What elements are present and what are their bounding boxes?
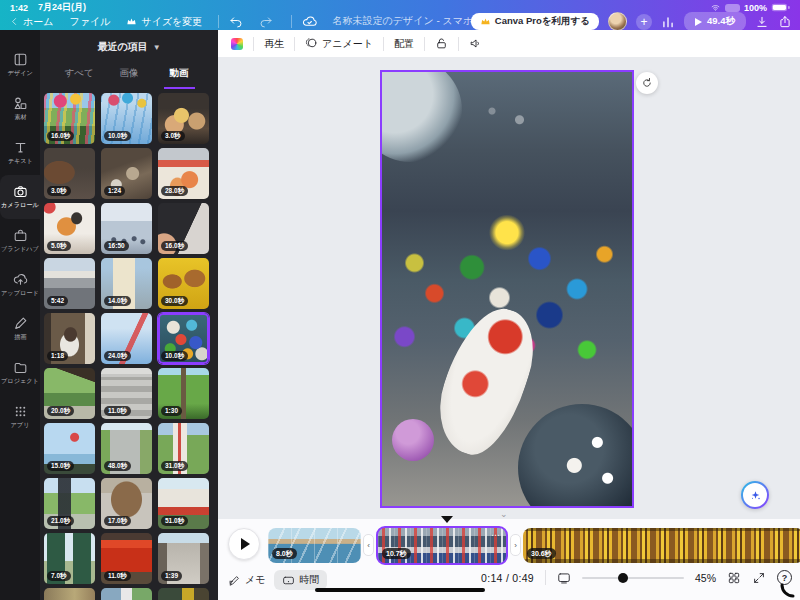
play-clip-button[interactable]: 再生 bbox=[264, 37, 284, 51]
add-member-button[interactable]: + bbox=[636, 14, 652, 30]
playback-position: 0:14 / 0:49 bbox=[481, 572, 534, 584]
clip-trim-chevron-right[interactable]: › bbox=[510, 534, 521, 556]
duration-badge: 24.0秒 bbox=[104, 351, 131, 362]
duration-tab[interactable]: 時間 bbox=[274, 570, 327, 590]
rotate-button[interactable] bbox=[636, 72, 658, 94]
magic-assistant-button[interactable] bbox=[741, 481, 769, 509]
canvas-video[interactable] bbox=[380, 70, 634, 508]
status-time: 1:42 bbox=[10, 3, 28, 13]
animate-button[interactable]: アニメート bbox=[305, 37, 373, 51]
media-thumb-partial-2[interactable] bbox=[101, 588, 152, 600]
media-thumb-izakaya-hands[interactable]: 3.0秒 bbox=[158, 93, 209, 144]
media-tabs: すべて画像動画 bbox=[40, 64, 218, 90]
tab-画像[interactable]: 画像 bbox=[104, 64, 154, 90]
download-button[interactable] bbox=[755, 15, 769, 29]
media-thumb-airport[interactable]: 16:50 bbox=[101, 203, 152, 254]
media-thumb-street[interactable]: 5:42 bbox=[44, 258, 95, 309]
media-thumb-signpost[interactable]: 1:30 bbox=[158, 368, 209, 419]
canva-pro-button[interactable]: Canva Proを利用する bbox=[471, 13, 599, 30]
media-thumb-sky-flag[interactable]: 15.0秒 bbox=[44, 423, 95, 474]
duration-badge: 3.0秒 bbox=[161, 131, 185, 142]
media-thumb-shrine-window[interactable]: 1:18 bbox=[44, 313, 95, 364]
media-thumb-tanabata-sky[interactable]: 10.0秒 bbox=[101, 93, 152, 144]
timeline-play-button[interactable] bbox=[228, 528, 260, 560]
pages-grid-button[interactable] bbox=[727, 571, 741, 585]
media-thumb-slope-path[interactable]: 48.0秒 bbox=[101, 423, 152, 474]
tab-すべて[interactable]: すべて bbox=[54, 64, 104, 90]
redo-button[interactable] bbox=[259, 15, 273, 29]
position-button[interactable]: 配置 bbox=[394, 37, 414, 51]
sidebar-item-brand-hub[interactable]: ブランドハブ bbox=[0, 219, 40, 263]
media-thumb-red-bridge[interactable]: 51.0秒 bbox=[158, 478, 209, 529]
speaker-icon bbox=[469, 37, 482, 50]
timeline-clip-koi[interactable]: 10.7秒⋯ bbox=[376, 526, 508, 565]
timeline-collapse-chevron-icon[interactable]: ⌄ bbox=[500, 509, 508, 519]
insights-button[interactable] bbox=[661, 15, 675, 29]
media-thumb-gold-buddhas[interactable]: 30.0秒 bbox=[158, 258, 209, 309]
media-thumb-black-device[interactable]: 16.0秒 bbox=[158, 203, 209, 254]
media-thumb-stone-monument[interactable]: 17.0秒 bbox=[101, 478, 152, 529]
rotate-icon bbox=[641, 77, 653, 89]
media-thumb-sushi[interactable]: 28.0秒 bbox=[158, 148, 209, 199]
color-swatch-icon[interactable] bbox=[231, 38, 243, 50]
avatar[interactable] bbox=[608, 12, 627, 31]
timeline-clip-ocean[interactable]: 8.0秒 bbox=[268, 528, 361, 563]
duration-badge: 3.0秒 bbox=[47, 186, 71, 197]
text-icon bbox=[13, 140, 28, 155]
media-thumb-marbles[interactable]: 10.0秒 bbox=[158, 313, 209, 364]
playhead-marker-icon[interactable] bbox=[441, 516, 453, 523]
media-thumb-koinobori-sky[interactable]: 24.0秒 bbox=[101, 313, 152, 364]
share-button[interactable] bbox=[778, 15, 792, 29]
media-thumb-cat-figure[interactable]: 5.0秒 bbox=[44, 203, 95, 254]
media-thumb-forest-path[interactable]: 20.0秒 bbox=[44, 368, 95, 419]
duration-badge: 11.0秒 bbox=[104, 406, 131, 417]
duration-badge: 16.0秒 bbox=[161, 241, 188, 252]
resize-button[interactable]: サイズを変更 bbox=[126, 15, 202, 29]
sidebar-item-upload[interactable]: アップロード bbox=[0, 263, 40, 307]
media-thumb-izakaya-person[interactable]: 3.0秒 bbox=[44, 148, 95, 199]
media-thumb-temple-pillar[interactable]: 31.0秒 bbox=[158, 423, 209, 474]
sidebar-item-design[interactable]: デザイン bbox=[0, 43, 40, 87]
media-thumb-park-sign[interactable]: 21.0秒 bbox=[44, 478, 95, 529]
duration-badge: 20.0秒 bbox=[47, 406, 74, 417]
sidebar-item-text[interactable]: テキスト bbox=[0, 131, 40, 175]
media-thumb-stone-street[interactable]: 1:39 bbox=[158, 533, 209, 584]
home-indicator[interactable] bbox=[315, 588, 485, 592]
memo-button[interactable]: メモ bbox=[228, 573, 265, 587]
media-thumb-stone-steps[interactable]: 11.0秒 bbox=[101, 368, 152, 419]
zoom-slider[interactable] bbox=[582, 571, 684, 585]
sidebar-item-draw[interactable]: 描画 bbox=[0, 307, 40, 351]
fullscreen-button[interactable] bbox=[752, 571, 766, 585]
clip-trim-chevron-left[interactable]: ‹ bbox=[363, 534, 374, 556]
file-button[interactable]: ファイル bbox=[69, 15, 110, 29]
video-purple-marble bbox=[392, 419, 434, 461]
sidebar-item-projects[interactable]: プロジェクト bbox=[0, 351, 40, 395]
media-thumb-partial-1[interactable] bbox=[44, 588, 95, 600]
audio-button[interactable] bbox=[469, 37, 482, 50]
media-thumb-tanabata-streamers[interactable]: 16.0秒 bbox=[44, 93, 95, 144]
media-grid: 16.0秒10.0秒3.0秒3.0秒1:2428.0秒5.0秒16:5016.0… bbox=[44, 93, 209, 600]
sidebar-item-camera-roll[interactable]: カメラロール bbox=[0, 175, 40, 219]
tab-動画[interactable]: 動画 bbox=[154, 64, 204, 90]
clip-more-icon[interactable]: ⋯ bbox=[491, 530, 501, 540]
clip-duration-badge: 8.0秒 bbox=[272, 548, 297, 559]
elements-icon bbox=[13, 96, 28, 111]
undo-button[interactable] bbox=[229, 15, 243, 29]
preview-play-button[interactable]: 49.4秒 bbox=[684, 12, 746, 31]
media-thumb-izakaya-table[interactable]: 1:24 bbox=[101, 148, 152, 199]
document-title[interactable]: 名称未設定のデザイン - スマホ動画 bbox=[332, 14, 493, 28]
media-thumb-sign-paper[interactable]: 14.0秒 bbox=[101, 258, 152, 309]
media-thumb-partial-3[interactable] bbox=[158, 588, 209, 600]
timeline-clip-buddha[interactable]: 30.6秒 bbox=[523, 528, 800, 563]
sidebar-item-elements[interactable]: 素材 bbox=[0, 87, 40, 131]
zoom-slider-knob[interactable] bbox=[618, 573, 628, 583]
media-thumb-red-closeup[interactable]: 11.0秒 bbox=[101, 533, 152, 584]
collection-selector[interactable]: 最近の項目 ▼ bbox=[40, 30, 218, 64]
fit-screen-button[interactable] bbox=[557, 571, 571, 585]
media-thumb-green-signs[interactable]: 7.0秒 bbox=[44, 533, 95, 584]
lock-button[interactable] bbox=[435, 37, 448, 50]
crown-icon bbox=[126, 16, 137, 27]
home-button[interactable]: ホーム bbox=[10, 15, 53, 29]
sidebar-item-apps[interactable]: アプリ bbox=[0, 395, 40, 439]
duration-badge: 1:39 bbox=[161, 571, 182, 582]
